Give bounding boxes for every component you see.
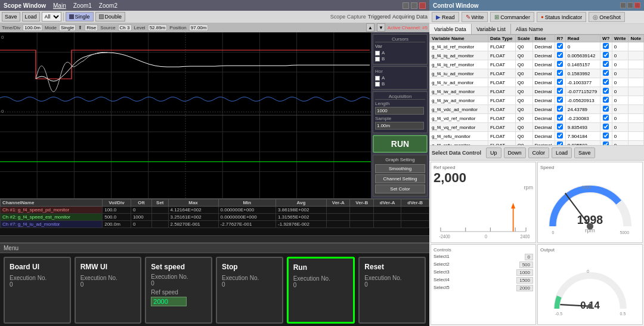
load-data-btn[interactable]: Load: [552, 147, 572, 158]
edge-label: ⬆: [78, 25, 82, 30]
cursor-b-label: B: [382, 56, 385, 61]
svg-text:0: 0: [552, 230, 554, 235]
channel-table: ChannelName Vol/Div Oft Set Max Min Avg …: [0, 198, 429, 235]
level-value: 52.89m: [148, 24, 168, 31]
scope-minimize-btn[interactable]: [402, 2, 409, 9]
edge-value: Rise: [85, 24, 98, 31]
board-ui-card[interactable]: Board UI Execution No. 0: [4, 257, 71, 324]
ctrl-minimize-btn[interactable]: [620, 2, 626, 8]
ref-speed-label: Ref speed: [434, 165, 533, 170]
col-variable-name: Variable Name: [430, 35, 488, 42]
sample-input[interactable]: [375, 122, 424, 130]
table-row: Ch #7: g_f4_iu_ad_monitor 200.0m 0 2.582…: [1, 221, 429, 228]
scope-status-bar: [0, 235, 429, 242]
scope-tab-main[interactable]: Main: [53, 2, 66, 9]
double-mode-btn[interactable]: Double: [95, 12, 126, 21]
ctrl-close-btn[interactable]: [634, 2, 640, 8]
set-color-btn[interactable]: Set Color: [375, 184, 425, 193]
level-label: Level: [134, 25, 145, 30]
scope-right-sidebar: Cursors Var A B Hor A: [371, 32, 429, 198]
svg-text:0: 0: [485, 233, 487, 239]
cursor-hor-a-color: [375, 76, 380, 81]
ref-speed-gauge: -2400 0 2400: [434, 190, 533, 240]
run-button[interactable]: RUN: [373, 135, 428, 153]
single-mode-btn[interactable]: Single: [66, 12, 94, 21]
variable-table-area: Variable Name Data Type Scale Base R? Re…: [429, 35, 644, 145]
all-select[interactable]: All: [42, 12, 61, 21]
smoothing-btn[interactable]: Smoothing: [375, 164, 425, 173]
write-button[interactable]: ✎ Write: [462, 12, 488, 22]
control-title: Control Window: [433, 2, 479, 9]
save-button[interactable]: Save: [2, 12, 20, 21]
col-r: R?: [555, 35, 565, 42]
pos-down-btn[interactable]: ▼: [377, 23, 385, 32]
save-data-btn[interactable]: Save: [574, 147, 595, 158]
reset-sub: Execution No.: [364, 275, 420, 281]
speed-gauge-svg: 1998 rpm 0 2500 5000: [540, 171, 640, 240]
color-btn[interactable]: Color: [528, 147, 550, 158]
col-w: W?: [600, 35, 612, 42]
col-scale: Scale: [515, 35, 532, 42]
mode-value: Single: [59, 24, 76, 31]
set-speed-sub1: Execution No.: [151, 273, 206, 280]
mode-label: Mode: [45, 25, 57, 30]
rmw-ui-value: 0: [80, 281, 136, 288]
status-indicator-button[interactable]: ● Status Indicator: [537, 12, 586, 22]
ref-speed-input[interactable]: [151, 297, 187, 306]
table-row: g_f4_iu_ad_monitor FLOAT Q0 Decimal 0.15…: [430, 69, 644, 78]
rmw-ui-sub: Execution No.: [80, 275, 136, 281]
table-row: g_f4_iw_ad_monitor FLOAT Q0 Decimal -0.0…: [430, 87, 644, 96]
variable-tabs: Variable Data Variable List Alias Name: [429, 24, 644, 35]
tab-variable-list[interactable]: Variable List: [472, 24, 511, 34]
run-card[interactable]: Run Execution No. 0: [287, 257, 355, 324]
speed-gauge-widget: Speed 1998 rpm 0 2500 5000: [537, 162, 643, 243]
svg-marker-29: [511, 203, 515, 209]
scope-tab-zoom1[interactable]: Zoom1: [73, 2, 92, 9]
speed-label: Speed: [540, 165, 640, 170]
board-ui-sub: Execution No.: [10, 275, 65, 281]
cursor-a-color: [375, 51, 380, 56]
svg-text:2500: 2500: [582, 185, 592, 189]
triggered-label: Triggered: [368, 14, 391, 20]
scope-close-btn[interactable]: [419, 2, 426, 9]
length-input[interactable]: [375, 107, 424, 115]
tab-variable-data[interactable]: Variable Data: [429, 24, 472, 34]
time-div-value: 100.0m: [23, 24, 42, 31]
svg-point-39: [587, 303, 592, 308]
svg-text:-2400: -2400: [439, 233, 450, 239]
stop-title: Stop: [222, 263, 277, 271]
tab-alias-name[interactable]: Alias Name: [511, 24, 548, 34]
read-button[interactable]: ▶ Read: [432, 12, 459, 22]
output-gauge-svg: 0.14 -0.5 0 0.5: [540, 254, 640, 322]
board-ui-value: 0: [10, 281, 65, 288]
table-row: g_f4_iq_ref_monitor FLOAT Q0 Decimal 0.1…: [430, 60, 644, 69]
svg-text:0: 0: [587, 269, 589, 273]
col-read: Read: [565, 35, 600, 42]
stop-card[interactable]: Stop Execution No. 0: [216, 257, 283, 324]
reset-card[interactable]: Reset Execution No. 0: [358, 257, 426, 324]
stop-sub: Execution No.: [222, 275, 277, 281]
set-speed-card[interactable]: Set speed Execution No. 0 Ref speed: [145, 257, 212, 324]
up-btn[interactable]: Up: [486, 147, 501, 158]
table-row: g_f4_iq_ad_monitor FLOAT Q0 Decimal 0.00…: [430, 51, 644, 60]
oneshot-button[interactable]: ◎ OneShot: [589, 12, 625, 22]
pos-up-btn[interactable]: ▲: [366, 23, 374, 32]
svg-text:2400: 2400: [521, 233, 530, 239]
scope-tab-zoom2[interactable]: Zoom2: [99, 2, 117, 9]
scope-grid: [0, 32, 371, 198]
rmw-ui-card[interactable]: RMW UI Execution No. 0: [75, 257, 142, 324]
scope-capture-label: Scope Capture: [330, 14, 366, 20]
scope-maximize-btn[interactable]: [411, 2, 417, 9]
acquisition-panel: Acquisition Length Sample: [373, 91, 428, 133]
ctrl-maximize-btn[interactable]: [627, 2, 633, 8]
acquisition-title: Acquisition: [375, 94, 425, 100]
time-div-label: Time/Div: [2, 25, 20, 30]
load-button[interactable]: Load: [22, 12, 40, 21]
channel-setting-btn[interactable]: Channel Setting: [375, 174, 425, 183]
cursor-a-label: A: [382, 50, 385, 56]
table-row: Ch #1: g_f4_speed_pd_monitor 100.0 0 4.1…: [1, 207, 429, 214]
source-value: Ch 3: [118, 24, 132, 31]
commander-button[interactable]: ⊞ Commander: [490, 12, 534, 22]
down-btn[interactable]: Down: [504, 147, 526, 158]
run-card-sub: Execution No.: [293, 275, 349, 282]
